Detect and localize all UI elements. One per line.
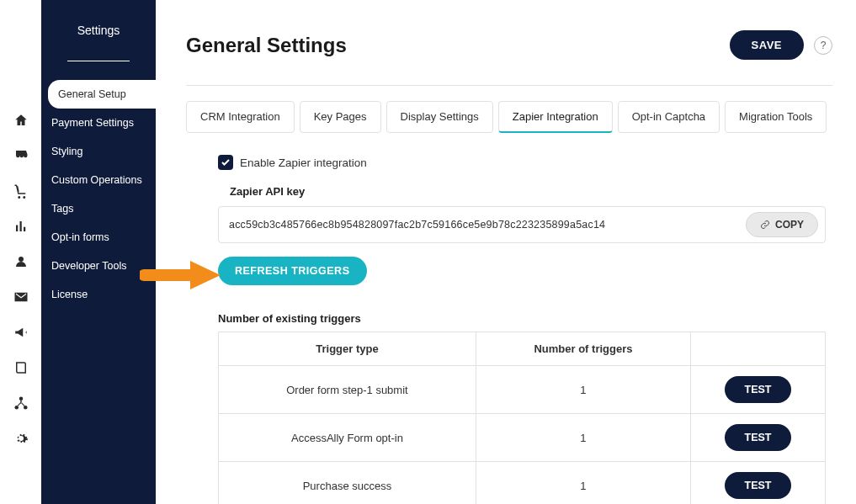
refresh-triggers-button[interactable]: REFRESH TRIGGERS <box>218 257 367 285</box>
copy-button-label: COPY <box>775 219 804 231</box>
sitemap-icon[interactable] <box>13 395 29 411</box>
sidebar-items: General Setup Payment Settings Styling C… <box>41 80 156 309</box>
triggers-table: Trigger type Number of triggers Order fo… <box>218 332 826 504</box>
mail-icon[interactable] <box>13 289 29 305</box>
home-icon[interactable] <box>13 113 29 128</box>
link-icon <box>760 220 770 230</box>
sidebar-item-opt-in-forms[interactable]: Opt-in forms <box>41 223 156 252</box>
test-button[interactable]: TEST <box>725 424 792 451</box>
users-icon[interactable] <box>13 254 29 269</box>
divider <box>186 85 832 86</box>
trigger-count-cell: 1 <box>476 462 690 505</box>
sidebar-item-styling[interactable]: Styling <box>41 137 156 166</box>
tab-migration-tools[interactable]: Migration Tools <box>725 101 827 133</box>
tab-key-pages[interactable]: Key Pages <box>300 101 381 133</box>
triggers-header-row: Trigger type Number of triggers <box>219 332 826 366</box>
triggers-title: Number of existing triggers <box>218 312 826 325</box>
trigger-action-cell: TEST <box>691 462 826 505</box>
settings-sidebar: Settings General Setup Payment Settings … <box>41 0 156 504</box>
enable-zapier-label: Enable Zapier integration <box>240 157 367 169</box>
save-button[interactable]: SAVE <box>730 30 804 60</box>
test-button[interactable]: TEST <box>725 376 792 403</box>
page-title: General Settings <box>186 34 347 57</box>
table-row: Purchase success 1 TEST <box>219 462 826 505</box>
copy-button[interactable]: COPY <box>746 212 818 237</box>
col-trigger-count: Number of triggers <box>476 332 690 366</box>
cart-icon[interactable] <box>13 183 29 199</box>
sidebar-item-tags[interactable]: Tags <box>41 194 156 223</box>
gear-icon[interactable] <box>13 431 29 446</box>
tab-display-settings[interactable]: Display Settings <box>386 101 493 133</box>
svg-point-0 <box>19 397 23 401</box>
api-key-value[interactable]: acc59cb3c485766ec8b954828097fac2b7c59166… <box>229 219 605 231</box>
store-icon[interactable] <box>13 148 29 163</box>
tab-opt-in-captcha[interactable]: Opt-in Captcha <box>618 101 720 133</box>
col-trigger-type: Trigger type <box>219 332 476 366</box>
sidebar-item-payment-settings[interactable]: Payment Settings <box>41 109 156 137</box>
sidebar-item-general-setup[interactable]: General Setup <box>48 80 156 109</box>
tab-zapier-integration[interactable]: Zapier Integration <box>498 101 613 133</box>
api-key-box: acc59cb3c485766ec8b954828097fac2b7c59166… <box>218 206 826 243</box>
trigger-type-cell: Purchase success <box>219 462 476 505</box>
trigger-type-cell: AccessAlly Form opt-in <box>219 414 476 462</box>
enable-zapier-checkbox[interactable] <box>218 155 233 170</box>
sidebar-title: Settings <box>77 24 120 37</box>
sidebar-item-custom-operations[interactable]: Custom Operations <box>41 166 156 194</box>
api-key-label: Zapier API key <box>230 185 826 198</box>
trigger-action-cell: TEST <box>691 414 826 462</box>
tabs: CRM Integration Key Pages Display Settin… <box>186 101 832 133</box>
enable-zapier-row[interactable]: Enable Zapier integration <box>218 155 826 170</box>
trigger-type-cell: Order form step-1 submit <box>219 366 476 414</box>
sidebar-item-developer-tools[interactable]: Developer Tools <box>41 252 156 280</box>
test-button[interactable]: TEST <box>725 472 792 499</box>
table-row: Order form step-1 submit 1 TEST <box>219 366 826 414</box>
icon-rail <box>0 0 41 504</box>
help-button[interactable]: ? <box>814 36 832 55</box>
sidebar-underline <box>67 61 130 61</box>
col-trigger-action <box>691 332 826 366</box>
trigger-action-cell: TEST <box>691 366 826 414</box>
table-row: AccessAlly Form opt-in 1 TEST <box>219 414 826 462</box>
zapier-panel: Enable Zapier integration Zapier API key… <box>186 155 832 504</box>
header-row: General Settings SAVE ? <box>186 30 832 60</box>
book-icon[interactable] <box>13 360 29 375</box>
main-content: General Settings SAVE ? CRM Integration … <box>156 0 856 504</box>
header-actions: SAVE ? <box>730 30 832 60</box>
sidebar-item-license[interactable]: License <box>41 280 156 309</box>
chart-icon[interactable] <box>13 219 29 234</box>
trigger-count-cell: 1 <box>476 366 690 414</box>
megaphone-icon[interactable] <box>13 325 29 340</box>
trigger-count-cell: 1 <box>476 414 690 462</box>
tab-crm-integration[interactable]: CRM Integration <box>186 101 295 133</box>
